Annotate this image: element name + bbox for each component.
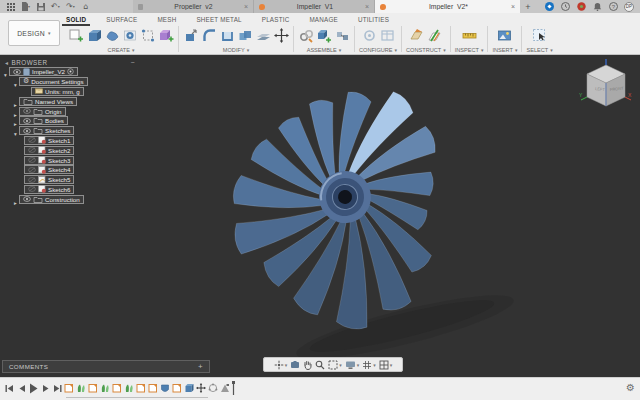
timeline-item-sketch[interactable] (147, 382, 158, 395)
grid-snaps-icon[interactable] (362, 360, 376, 370)
hidden-eye-icon[interactable] (28, 157, 36, 163)
hidden-eye-icon[interactable] (28, 186, 36, 192)
browser-item-origin[interactable]: Origin (2, 106, 138, 116)
store-icon[interactable] (576, 2, 586, 12)
3d-viewport[interactable]: BROWSER Impeller_V2 Document Settings (0, 55, 640, 377)
fit-icon[interactable] (328, 360, 342, 370)
timeline-item-sketch[interactable] (111, 382, 122, 395)
group-label-configure[interactable]: CONFIGURE (359, 47, 397, 53)
measure-icon[interactable] (461, 27, 477, 44)
timeline-item-sketch[interactable] (171, 382, 182, 395)
hidden-eye-icon[interactable] (28, 167, 36, 173)
shell-icon[interactable] (219, 27, 235, 44)
pan-icon[interactable] (303, 360, 312, 370)
group-label-select[interactable]: SELECT (526, 47, 552, 53)
timeline-position-marker[interactable] (231, 381, 235, 395)
timeline-settings-gear-icon[interactable] (626, 383, 635, 393)
timeline-item-move[interactable] (195, 382, 206, 395)
browser-item-document-settings[interactable]: Document Settings (2, 77, 138, 87)
group-label-create[interactable]: CREATE (108, 47, 135, 53)
group-label-inspect[interactable]: INSPECT (455, 47, 484, 53)
activate-component-radio[interactable] (67, 68, 74, 75)
browser-item-units[interactable]: Units: mm, g (2, 87, 138, 97)
undo-icon[interactable]: ↶▾ (51, 2, 61, 12)
derive-icon[interactable] (140, 27, 156, 44)
browser-item-bodies[interactable]: Bodies (2, 116, 138, 126)
browser-item-sketch1[interactable]: Sketch1 (2, 136, 138, 146)
primitive-icon[interactable] (158, 27, 174, 44)
save-icon[interactable] (36, 2, 46, 12)
timeline-item-sketch[interactable] (63, 382, 74, 395)
help-icon[interactable]: ? (608, 2, 618, 12)
construct-axis-icon[interactable] (427, 27, 443, 44)
visibility-eye-icon[interactable] (23, 118, 31, 124)
browser-item-sketch5[interactable]: Sketch5 (2, 175, 138, 185)
revolve-icon[interactable] (122, 27, 138, 44)
group-label-construct[interactable]: CONSTRUCT (406, 47, 446, 53)
press-pull-icon[interactable] (183, 27, 199, 44)
zoom-icon[interactable] (315, 360, 325, 370)
go-to-end-icon[interactable] (53, 382, 62, 394)
group-label-insert[interactable]: INSERT (492, 47, 517, 53)
orbit-icon[interactable] (274, 360, 288, 370)
form-icon[interactable] (104, 27, 120, 44)
notifications-bell-icon[interactable] (592, 2, 602, 12)
display-settings-icon[interactable] (345, 360, 360, 370)
configuration-table-icon[interactable] (379, 27, 395, 44)
create-sketch-icon[interactable] (68, 27, 84, 44)
expander-icon[interactable] (2, 62, 9, 81)
timeline-item-loft[interactable] (75, 382, 86, 395)
timeline-item-sketch[interactable] (87, 382, 98, 395)
timeline-item-loft[interactable] (123, 382, 134, 395)
fillet-icon[interactable] (201, 27, 217, 44)
close-tab-icon[interactable] (244, 3, 248, 10)
timeline-item-patch[interactable] (159, 382, 170, 395)
browser-item-named-views[interactable]: Named Views (2, 96, 138, 106)
group-label-modify[interactable]: MODIFY (223, 47, 249, 53)
comments-bar[interactable]: COMMENTS (2, 360, 210, 373)
close-tab-icon[interactable] (511, 3, 515, 10)
browser-item-sketch6[interactable]: Sketch6 (2, 185, 138, 195)
expander-icon[interactable] (12, 190, 19, 209)
play-icon[interactable] (29, 382, 38, 394)
timeline-item-solid[interactable] (183, 382, 194, 395)
step-forward-icon[interactable] (41, 382, 50, 394)
add-comment-icon[interactable] (198, 362, 203, 371)
new-document-tab-button[interactable] (520, 0, 536, 13)
browser-item-sketch3[interactable]: Sketch3 (2, 155, 138, 165)
visibility-eye-icon[interactable] (23, 196, 31, 202)
viewports-icon[interactable] (379, 360, 393, 370)
browser-item-sketches[interactable]: Sketches (2, 126, 138, 136)
insert-canvas-icon[interactable] (497, 27, 513, 44)
look-at-icon[interactable] (290, 360, 300, 369)
extensions-icon[interactable] (544, 2, 554, 12)
timeline-item-sketch[interactable] (135, 382, 146, 395)
minimize-panel-icon[interactable] (130, 59, 135, 66)
timeline-item-loft[interactable] (99, 382, 110, 395)
job-status-icon[interactable] (560, 2, 570, 12)
select-icon[interactable] (532, 27, 548, 44)
browser-item-sketch4[interactable]: Sketch4 (2, 165, 138, 175)
expander-icon[interactable] (12, 121, 19, 140)
browser-item-construction[interactable]: Construction (2, 194, 138, 204)
joint-icon[interactable] (298, 27, 314, 44)
expander-icon[interactable] (12, 72, 19, 91)
browser-item-sketch2[interactable]: Sketch2 (2, 145, 138, 155)
box-icon[interactable] (86, 27, 102, 44)
document-tab-impeller-v2-active[interactable]: Impeller_V2* (375, 0, 520, 13)
redo-icon[interactable]: ↷▾ (66, 2, 76, 12)
offset-face-icon[interactable] (255, 27, 271, 44)
document-tab-impeller-v1[interactable]: Impeller_V1 (254, 0, 375, 13)
move-copy-icon[interactable] (273, 27, 289, 44)
document-tab-propeller-v2[interactable]: Propeller_v2 (133, 0, 254, 13)
construct-plane-icon[interactable] (409, 27, 425, 44)
app-grid-icon[interactable] (6, 2, 16, 12)
visibility-eye-icon[interactable] (23, 128, 31, 134)
rigid-group-icon[interactable] (334, 27, 350, 44)
view-cube[interactable]: LEFT FRONT Y X (578, 59, 634, 117)
timeline-item-circular-pattern[interactable] (207, 382, 218, 395)
timeline-item-form[interactable] (219, 382, 230, 395)
combine-icon[interactable] (237, 27, 253, 44)
new-component-icon[interactable] (316, 27, 332, 44)
browser-item-root[interactable]: Impeller_V2 (2, 67, 138, 77)
